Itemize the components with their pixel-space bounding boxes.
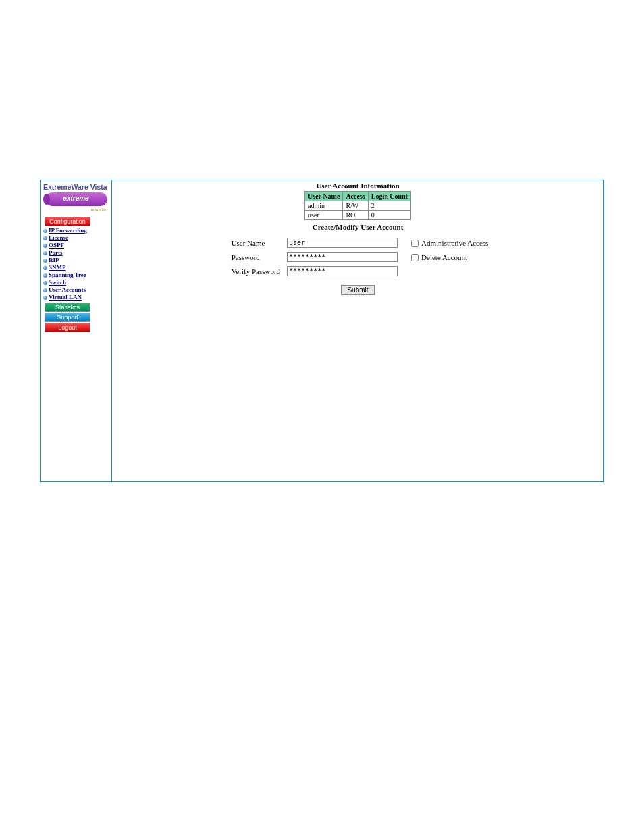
- support-button[interactable]: Support: [45, 313, 90, 322]
- bullet-icon: [43, 273, 47, 278]
- bullet-icon: [43, 251, 47, 255]
- label-password: Password: [229, 251, 283, 263]
- verify-password-field[interactable]: [287, 266, 398, 276]
- sidebar-item-label: License: [49, 234, 68, 242]
- submit-button[interactable]: Submit: [341, 285, 374, 295]
- admin-access-checkbox[interactable]: [411, 240, 419, 247]
- user-account-table: User Name Access Login Count admin R/W 2…: [304, 191, 411, 220]
- cell-user: user: [305, 211, 343, 220]
- cell-login: 0: [368, 211, 410, 220]
- sidebar-item-label: Virtual LAN: [49, 294, 82, 301]
- app-title: ExtremeWare Vista: [43, 183, 110, 191]
- nav-list: IP Forwarding License OSPF Ports RIP SNM…: [43, 227, 110, 301]
- col-access: Access: [343, 192, 368, 201]
- user-account-info-title: User Account Information: [112, 182, 603, 190]
- configuration-button[interactable]: Configuration: [45, 217, 90, 226]
- bullet-icon: [43, 259, 47, 263]
- sidebar-item-ip-forwarding[interactable]: IP Forwarding: [43, 227, 110, 234]
- app-window: ExtremeWare Vista extreme networks Confi…: [40, 180, 604, 482]
- label-delete-account: Delete Account: [421, 253, 467, 261]
- form-checkboxes: Administrative Access Delete Account: [411, 235, 488, 279]
- label-username: User Name: [229, 236, 283, 249]
- bullet-icon: [43, 288, 47, 292]
- bullet-icon: [43, 266, 47, 270]
- col-login-count: Login Count: [368, 192, 410, 201]
- sidebar-item-license[interactable]: License: [43, 234, 110, 242]
- bullet-icon: [43, 244, 47, 248]
- label-verify-password: Verify Password: [229, 265, 283, 278]
- label-admin-access: Administrative Access: [421, 239, 488, 247]
- bullet-icon: [43, 281, 47, 285]
- admin-access-row: Administrative Access: [411, 237, 488, 249]
- sidebar-item-virtual-lan[interactable]: Virtual LAN: [43, 294, 110, 301]
- password-field[interactable]: [287, 252, 398, 262]
- sidebar-item-label: Spanning Tree: [49, 271, 86, 279]
- brand-logo: extreme: [45, 192, 107, 206]
- sidebar-item-spanning-tree[interactable]: Spanning Tree: [43, 271, 110, 279]
- sidebar-item-label: User Accounts: [49, 286, 86, 294]
- table-row: admin R/W 2: [305, 201, 411, 211]
- brand-logo-sub: networks: [42, 207, 106, 211]
- sidebar-item-user-accounts[interactable]: User Accounts: [43, 286, 110, 294]
- form-fields: User Name Password Verify Password: [227, 235, 402, 279]
- cell-access: RO: [343, 211, 368, 220]
- sidebar-item-label: RIP: [49, 257, 59, 264]
- cell-user: admin: [305, 201, 343, 211]
- sidebar: ExtremeWare Vista extreme networks Confi…: [41, 180, 112, 481]
- logout-button[interactable]: Logout: [45, 323, 90, 332]
- user-account-form: User Name Password Verify Password Admin…: [112, 235, 603, 279]
- bullet-icon: [43, 236, 47, 240]
- sidebar-item-ospf[interactable]: OSPF: [43, 242, 110, 249]
- sidebar-item-label: OSPF: [49, 242, 64, 249]
- delete-account-row: Delete Account: [411, 251, 488, 263]
- sidebar-item-ports[interactable]: Ports: [43, 249, 110, 257]
- username-field[interactable]: [287, 238, 398, 248]
- cell-login: 2: [368, 201, 410, 211]
- statistics-button[interactable]: Statistics: [45, 303, 90, 312]
- content-pane: User Account Information User Name Acces…: [112, 180, 603, 481]
- delete-account-checkbox[interactable]: [411, 254, 419, 261]
- sidebar-item-label: SNMP: [49, 264, 66, 271]
- submit-row: Submit: [112, 283, 603, 295]
- sidebar-item-label: IP Forwarding: [49, 227, 87, 234]
- bullet-icon: [43, 229, 47, 233]
- create-modify-title: Create/Modify User Account: [112, 223, 603, 231]
- cell-access: R/W: [343, 201, 368, 211]
- table-header-row: User Name Access Login Count: [305, 192, 411, 201]
- sidebar-item-rip[interactable]: RIP: [43, 257, 110, 264]
- sidebar-item-snmp[interactable]: SNMP: [43, 264, 110, 271]
- sidebar-item-switch[interactable]: Switch: [43, 279, 110, 286]
- bullet-icon: [43, 296, 47, 300]
- col-user-name: User Name: [305, 192, 343, 201]
- table-row: user RO 0: [305, 211, 411, 220]
- sidebar-item-label: Ports: [49, 249, 63, 257]
- sidebar-item-label: Switch: [49, 279, 66, 286]
